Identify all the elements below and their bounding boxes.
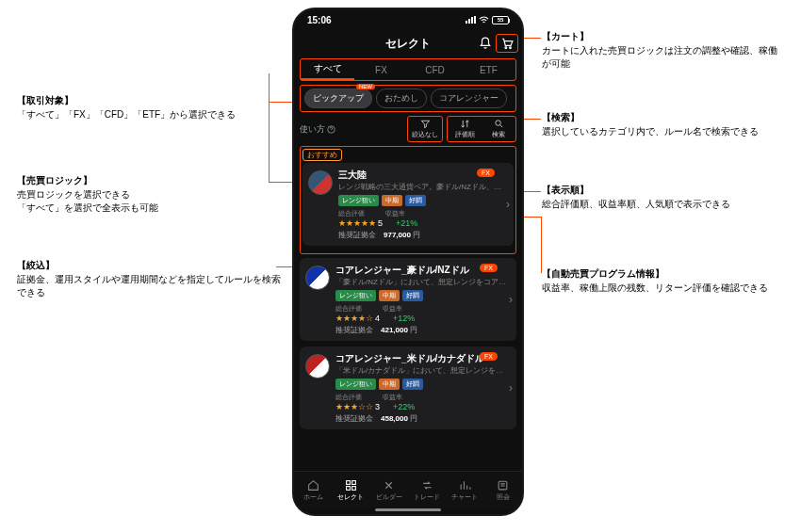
builder-icon xyxy=(383,479,395,492)
svg-rect-4 xyxy=(347,480,351,484)
fx-badge: FX xyxy=(477,169,495,177)
home-indicator xyxy=(375,508,441,511)
search-icon xyxy=(494,119,504,129)
home-icon xyxy=(307,479,319,492)
svg-rect-7 xyxy=(352,486,356,490)
svg-rect-6 xyxy=(347,486,351,490)
cart-button[interactable] xyxy=(496,34,518,53)
tab-all[interactable]: すべて xyxy=(301,59,354,80)
leader xyxy=(522,38,541,39)
anno-filter: 【絞込】 証拠金、運用スタイルや運用期間などを指定してルールを検索できる xyxy=(17,259,281,300)
new-badge: NEW xyxy=(356,84,375,89)
chevron-right-icon: › xyxy=(509,293,513,306)
card-row[interactable]: コアレンジャー_米ドル/カナダドル 「米ドル/カナダドル」において、想定レンジを… xyxy=(300,347,516,429)
battery-icon: 55 xyxy=(492,16,509,24)
flag-icon xyxy=(305,354,330,379)
funnel-icon xyxy=(420,119,431,129)
leader xyxy=(269,102,270,182)
bottom-nav: ホーム セレクト ビルダー トレード チャート 照会 xyxy=(294,471,522,508)
tab-cfd[interactable]: CFD xyxy=(408,59,462,80)
tab-etf[interactable]: ETF xyxy=(462,59,515,80)
recommend-label: おすすめ xyxy=(302,149,342,161)
status-icons: 55 xyxy=(466,16,509,24)
chevron-right-icon: › xyxy=(506,198,510,211)
anno-target: 【取引対象】 「すべて」「FX」「CFD」「ETF」から選択できる xyxy=(17,94,271,121)
card-sub: レンジ戦略の三大通貨ペア。豪ドル/NZドル、ユー… xyxy=(338,182,508,192)
card-tags: レンジ狙い 中期 好調 xyxy=(338,195,508,206)
svg-rect-5 xyxy=(352,480,356,484)
chip-trial[interactable]: おためし xyxy=(376,89,427,108)
nav-builder[interactable]: ビルダー xyxy=(370,472,408,508)
card-row[interactable]: 三大陸 レンジ戦略の三大通貨ペア。豪ドル/NZドル、ユー… レンジ狙い 中期 好… xyxy=(302,163,514,246)
svg-point-0 xyxy=(505,47,507,49)
anno-program: 【自動売買プログラム情報】 収益率、稼働上限の残数、リターン評価を確認できる xyxy=(542,267,787,295)
leader xyxy=(269,73,270,102)
usage-link[interactable]: 使い方 xyxy=(300,123,403,136)
help-icon xyxy=(327,125,335,134)
svg-point-1 xyxy=(510,47,512,49)
status-bar: 15:06 55 xyxy=(294,9,522,30)
wifi-icon xyxy=(479,16,489,24)
card-sub: 「豪ドル/NZドル」において、想定レンジをコアレン… xyxy=(335,277,511,287)
card-list: おすすめ 三大陸 レンジ戦略の三大通貨ペア。豪ドル/NZドル、ユー… レンジ狙い… xyxy=(294,142,522,471)
top-bar: セレクト xyxy=(294,30,522,56)
select-icon xyxy=(345,479,357,492)
chip-coreranger[interactable]: コアレンジャー xyxy=(431,89,507,108)
flag-icon xyxy=(305,266,330,290)
svg-point-3 xyxy=(495,121,500,125)
tab-fx[interactable]: FX xyxy=(354,59,408,80)
anno-cart: 【カート】 カートに入れた売買ロジックは注文の調整や確認、稼働が可能 xyxy=(542,30,777,72)
highlighted-card: おすすめ 三大陸 レンジ戦略の三大通貨ペア。豪ドル/NZドル、ユー… レンジ狙い… xyxy=(300,146,516,254)
anno-search: 【検索】 選択しているカテゴリ内で、ルール名で検索できる xyxy=(542,111,782,138)
card-row[interactable]: コアレンジャー_豪ドル/NZドル 「豪ドル/NZドル」において、想定レンジをコア… xyxy=(300,258,516,341)
inquiry-icon xyxy=(497,479,509,492)
anno-sort: 【表示順】 総合評価順、収益率順、人気順で表示できる xyxy=(542,184,787,211)
nav-home[interactable]: ホーム xyxy=(294,472,332,508)
chip-pickup[interactable]: ピックアップ NEW xyxy=(304,89,372,108)
logic-chips: ピックアップ NEW おためし コアレンジャー xyxy=(300,85,516,112)
search-button[interactable]: 検索 xyxy=(482,117,515,141)
page-title: セレクト xyxy=(385,36,431,52)
signal-icon xyxy=(466,16,476,24)
nav-chart[interactable]: チャート xyxy=(446,472,483,508)
flag-icon xyxy=(308,170,333,195)
sort-icon xyxy=(460,119,470,129)
nav-select[interactable]: セレクト xyxy=(332,472,369,508)
nav-inquiry[interactable]: 照会 xyxy=(484,472,522,508)
status-time: 15:06 xyxy=(307,15,332,25)
anno-logic: 【売買ロジック】 売買ロジックを選択できる 「すべて」を選択で全表示も可能 xyxy=(17,174,271,216)
chevron-right-icon: › xyxy=(509,381,513,395)
sort-button[interactable]: 評価順 xyxy=(448,117,482,141)
trade-icon xyxy=(421,479,433,492)
leader xyxy=(541,217,542,273)
card-sub: 「米ドル/カナダドル」において、想定レンジを… xyxy=(335,365,511,376)
filter-button[interactable]: 絞込なし xyxy=(408,117,442,141)
rating-stars: ★★★★★5 +21% xyxy=(338,218,508,228)
filter-bar: 使い方 絞込なし 評価順 検索 xyxy=(300,116,516,142)
phone-frame: 15:06 55 セレクト すべて FX CFD ETF ピックアップ NEW … xyxy=(292,8,524,516)
return-value: +21% xyxy=(396,218,417,228)
chart-icon xyxy=(459,479,471,492)
nav-trade[interactable]: トレード xyxy=(408,472,446,508)
asset-tabs: すべて FX CFD ETF xyxy=(300,58,516,81)
bell-icon[interactable] xyxy=(475,33,496,54)
